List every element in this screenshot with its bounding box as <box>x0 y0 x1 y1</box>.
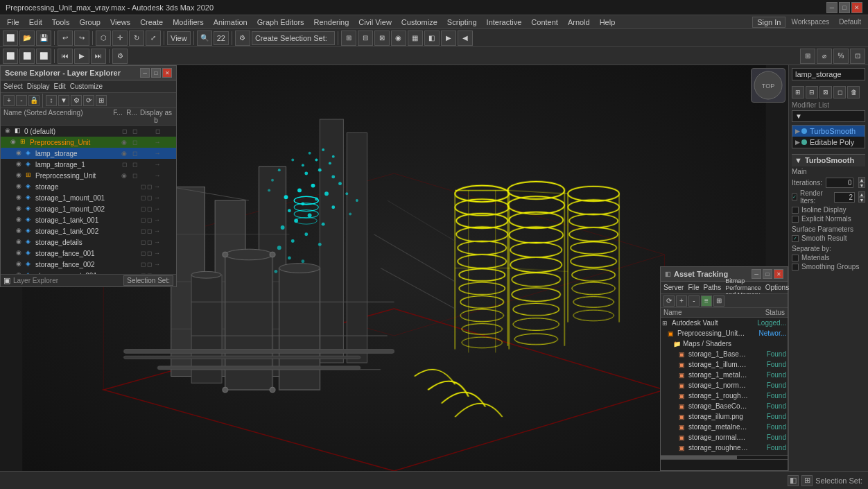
at-menu-server[interactable]: Server <box>663 284 684 291</box>
se-maximize-button[interactable]: □ <box>151 68 161 78</box>
isolate-button[interactable]: ◉ <box>391 31 406 46</box>
modifier-icon-2[interactable]: ⊟ <box>806 86 818 98</box>
at-item-vault[interactable]: ⊞ Autodesk Vault Logged... <box>661 318 788 328</box>
render-iters-checkbox[interactable] <box>792 194 797 200</box>
se-item-storage-fance-001[interactable]: ◉ ◈ storage_fance_001 ◻ ◻ → <box>1 248 176 259</box>
view-selector[interactable]: View <box>167 31 191 45</box>
se-close-button[interactable]: ✕ <box>162 68 172 78</box>
modifier-icon-4[interactable]: ◻ <box>833 86 846 98</box>
se-item-preprocessing-unit-group[interactable]: ◉ ⊞ Preprocessing_Unit ◉ ◻ → <box>1 137 176 148</box>
menu-help[interactable]: Help <box>596 16 620 28</box>
at-remove-button[interactable]: - <box>688 295 700 307</box>
render-iters-down[interactable]: ▼ <box>858 197 865 203</box>
sign-in-button[interactable]: Sign In <box>752 17 785 28</box>
menu-modifiers[interactable]: Modifiers <box>168 16 208 28</box>
set-key-button[interactable]: ⬜ <box>19 49 35 64</box>
se-menu-edit[interactable]: Edit <box>54 83 66 90</box>
menu-tools[interactable]: Tools <box>48 16 74 28</box>
scene-explorer-button[interactable]: ◧ <box>424 31 440 46</box>
mirror-button[interactable]: ⊟ <box>358 31 373 46</box>
smooth-result-checkbox[interactable] <box>792 235 799 242</box>
open-button[interactable]: 📂 <box>19 31 35 46</box>
angle-snap-button[interactable]: ⌀ <box>817 49 832 64</box>
se-sort-button[interactable]: ↕ <box>46 95 57 106</box>
menu-animation[interactable]: Animation <box>209 16 252 28</box>
menu-scripting[interactable]: Scripting <box>443 16 481 28</box>
modifier-dropdown[interactable]: ▼ <box>792 110 865 122</box>
se-item-storage-1-tank-002[interactable]: ◉ ◈ storage_1_tank_002 ◻ ◻ → <box>1 225 176 237</box>
se-options-button[interactable]: ⚙ <box>71 95 82 106</box>
menu-graph-editors[interactable]: Graph Editors <box>253 16 309 28</box>
se-item-storage-1-mount-001[interactable]: ◉ ◈ storage_1_mount_001 ◻ ◻ → <box>1 192 176 203</box>
scene-explorer-tree[interactable]: ◉ ◧ 0 (default) ◻ ◻ ◻ ◉ ⊞ Preprocessing_… <box>1 126 176 274</box>
se-item-lamp-storage-1[interactable]: ◉ ◈ lamp_storage_1 ◻ ◻ → <box>1 159 176 170</box>
se-minimize-button[interactable]: ─ <box>140 68 150 78</box>
se-item-preprocessing-unit-obj[interactable]: ◉ ⊞ Preprocessing_Unit ◉ ◻ → <box>1 170 176 181</box>
scene-explorer-header[interactable]: Scene Explorer - Layer Explorer ─ □ ✕ <box>1 66 176 80</box>
selection-set-field[interactable]: Create Selection Set: <box>252 31 335 45</box>
render-iters-up[interactable]: ▲ <box>858 191 865 197</box>
iterations-up[interactable]: ▲ <box>858 177 865 182</box>
menu-create[interactable]: Create <box>136 16 167 28</box>
move-button[interactable]: ✛ <box>112 31 128 46</box>
navigation-cube[interactable]: TOP <box>751 68 785 103</box>
iterations-down[interactable]: ▼ <box>858 182 865 188</box>
modifier-icon-1[interactable]: ⊞ <box>792 86 804 98</box>
se-item-storage-1-tank-001[interactable]: ◉ ◈ storage_1_tank_001 ◻ ◻ → <box>1 214 176 225</box>
at-item-maps-folder[interactable]: 📁 Maps / Shaders <box>661 338 788 349</box>
se-add-button[interactable]: + <box>3 95 15 106</box>
menu-content[interactable]: Content <box>527 16 562 28</box>
maximize-button[interactable]: □ <box>839 2 850 13</box>
new-button[interactable]: ⬜ <box>3 31 18 46</box>
redo-button[interactable]: ↪ <box>74 31 89 46</box>
modifier-icon-3[interactable]: ⊠ <box>819 86 832 98</box>
rotate-button[interactable]: ↻ <box>129 31 144 46</box>
percent-snap-button[interactable]: % <box>833 49 849 64</box>
next-frame-button[interactable]: ⏭ <box>91 49 106 64</box>
at-search-input[interactable] <box>663 461 785 469</box>
materials-checkbox[interactable] <box>792 255 799 261</box>
se-item-storage-fance-002[interactable]: ◉ ◈ storage_fance_002 ◻ ◻ → <box>1 259 176 270</box>
se-lock-button[interactable]: 🔒 <box>28 95 40 106</box>
se-expand-button[interactable]: ⊞ <box>96 95 107 106</box>
at-menu-options[interactable]: Options <box>765 284 789 291</box>
at-tree[interactable]: ⊞ Autodesk Vault Logged... ▣ Preprocessi… <box>661 318 788 455</box>
se-item-lamp-storage[interactable]: ◉ ◈ lamp_storage ◉ ◻ → <box>1 148 176 159</box>
at-item-storage-base-color[interactable]: ▣ storage_BaseColor.png Found <box>661 401 788 411</box>
render-button[interactable]: ◀ <box>458 31 473 46</box>
object-name-input[interactable] <box>792 68 865 80</box>
se-item-storage-1-mount-002[interactable]: ◉ ◈ storage_1_mount_002 ◻ ◻ → <box>1 203 176 214</box>
se-menu-display[interactable]: Display <box>27 83 50 90</box>
at-menu-file[interactable]: File <box>688 284 699 291</box>
snap-toggle-button[interactable]: ⊞ <box>800 49 815 64</box>
at-thumb-view-button[interactable]: ⊞ <box>713 295 724 307</box>
se-selection-set[interactable]: Selection Set: <box>123 275 173 286</box>
auto-key-button[interactable]: ⬜ <box>3 49 18 64</box>
modifier-turbosm[interactable]: ▶ TurboSmooth <box>792 126 865 137</box>
at-add-button[interactable]: + <box>676 295 687 307</box>
at-refresh-button[interactable]: ⟳ <box>663 295 675 307</box>
se-item-default[interactable]: ◉ ◧ 0 (default) ◻ ◻ ◻ <box>1 126 176 137</box>
status-icon-1[interactable]: ◧ <box>788 475 799 486</box>
at-item-storage-illum[interactable]: ▣ storage_illum.png Found <box>661 411 788 422</box>
selection-filter-button[interactable]: ⚙ <box>235 31 250 46</box>
at-menu-paths[interactable]: Paths <box>704 284 722 291</box>
render-iters-spinner[interactable]: ▲ ▼ <box>858 191 865 203</box>
align-button[interactable]: ⊞ <box>341 31 356 46</box>
se-item-storage[interactable]: ◉ ◈ storage ◻ ◻ → <box>1 181 176 192</box>
se-filter-button[interactable]: ▼ <box>58 95 69 106</box>
render-iters-input[interactable] <box>834 192 855 203</box>
at-item-storage1-base-color[interactable]: ▣ storage_1_Base_Color.png Found <box>661 349 788 359</box>
time-config-button[interactable]: ⚙ <box>112 49 128 64</box>
at-item-storage1-roughness[interactable]: ▣ storage_1_roughness.png Found <box>661 391 788 401</box>
undo-button[interactable]: ↩ <box>58 31 73 46</box>
at-item-storage-metalness[interactable]: ▣ storage_metalness.png Found <box>661 422 788 432</box>
menu-edit[interactable]: Edit <box>25 16 46 28</box>
at-item-storage1-normal[interactable]: ▣ storage_1_normal.png Found <box>661 380 788 391</box>
menu-civil-view[interactable]: Civil View <box>354 16 395 28</box>
menu-file[interactable]: File <box>3 16 24 28</box>
se-menu-customize[interactable]: Customize <box>70 83 103 90</box>
isoline-checkbox[interactable] <box>792 207 799 214</box>
at-item-storage-normal[interactable]: ▣ storage_normal.png Found <box>661 432 788 443</box>
iterations-spinner[interactable]: ▲ ▼ <box>858 177 865 188</box>
